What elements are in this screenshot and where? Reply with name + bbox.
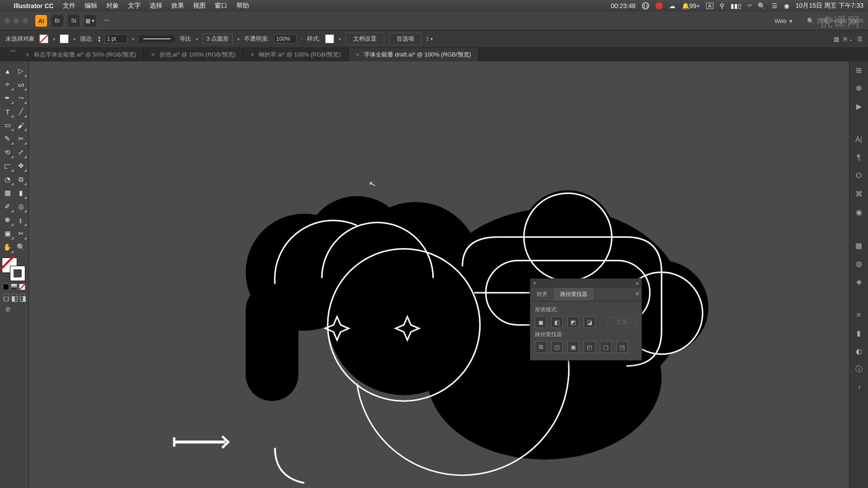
fill-swatch[interactable] <box>39 34 48 43</box>
gpu-preview-icon[interactable]: 〰 <box>100 15 112 27</box>
shaper-tool[interactable]: ✎ <box>1 132 14 145</box>
chevron-down-icon[interactable]: ▾ <box>789 18 793 24</box>
symbols-panel-icon[interactable]: ◈ <box>853 276 865 287</box>
blend-tool[interactable]: ◎ <box>14 200 28 213</box>
type-tool[interactable]: T <box>1 105 14 118</box>
pen-tool[interactable]: ✒ <box>1 91 14 105</box>
align-icon[interactable]: ⟟ ▾ <box>426 35 433 42</box>
menu-help[interactable]: 帮助 <box>236 2 249 10</box>
control-center-icon[interactable]: ☰ <box>772 2 778 9</box>
fill-stroke-control[interactable] <box>1 257 26 282</box>
lasso-tool[interactable]: ᔕ <box>14 78 28 91</box>
chevron-down-icon[interactable]: ▾ <box>53 37 55 42</box>
appearance-panel-icon[interactable]: ◉ <box>853 206 865 218</box>
rectangle-tool[interactable]: ▭ <box>1 118 14 132</box>
eyedropper-tool[interactable]: ✐ <box>1 200 14 213</box>
zoom-tool[interactable]: 🔍 <box>14 240 28 254</box>
stroke-profile-preview[interactable] <box>139 35 175 42</box>
merge-icon[interactable]: ▣ <box>567 341 579 353</box>
line-tool[interactable]: ╱ <box>14 105 28 118</box>
draw-inside-icon[interactable]: ◨ <box>19 294 25 300</box>
opentype-panel-icon[interactable]: O <box>853 170 865 182</box>
siri-icon[interactable]: ◉ <box>784 2 789 9</box>
bluetooth-icon[interactable]: ⚲ <box>720 2 724 9</box>
preferences-button[interactable]: 首选项 <box>389 33 422 45</box>
align-panel-icon[interactable]: ⫞ <box>853 381 865 393</box>
graph-tool[interactable]: ⫿ <box>14 213 28 227</box>
doc-tab-2[interactable]: ×钢的琴.ai* @ 100% (RGB/预览) <box>243 48 349 61</box>
draw-behind-icon[interactable]: ◧ <box>11 294 17 300</box>
doc-tab-0[interactable]: ×标志字体全能番.ai* @ 50% (RGB/预览) <box>19 48 144 61</box>
divide-icon[interactable]: ⧉ <box>535 341 547 353</box>
minus-front-icon[interactable]: ◧ <box>551 316 563 328</box>
pathfinder-panel[interactable]: ×« 对齐 路径查找器 ≡ 形状模式: ◼ ◧ ◩ ◪ 扩展 路径查找器: ⧉ … <box>530 278 642 361</box>
window-controls[interactable] <box>5 18 28 23</box>
tab-pathfinder[interactable]: 路径查找器 <box>554 288 594 301</box>
menu-object[interactable]: 对象 <box>106 2 119 10</box>
panel-menu-icon[interactable]: ☰ <box>857 36 863 42</box>
minus-back-icon[interactable]: ◳ <box>616 341 628 353</box>
crop-icon[interactable]: ◰ <box>584 341 595 353</box>
menu-window[interactable]: 窗口 <box>215 2 227 10</box>
arrange-docs-icon[interactable]: ▦ ▾ <box>84 15 96 27</box>
perspective-tool[interactable]: ⧉ <box>14 173 28 186</box>
pause-icon[interactable] <box>642 2 649 9</box>
selection-tool[interactable]: ▲ <box>1 64 14 78</box>
eraser-tool[interactable]: ✂ <box>14 132 28 145</box>
stock-icon[interactable]: St <box>68 15 80 27</box>
exclude-icon[interactable]: ◪ <box>584 316 595 328</box>
app-name[interactable]: Illustrator CC <box>14 2 54 9</box>
chevron-down-icon[interactable]: ▾ <box>73 37 75 42</box>
spotlight-icon[interactable]: 🔍 <box>758 2 765 9</box>
direct-selection-tool[interactable]: ▷ <box>14 64 28 78</box>
intersect-icon[interactable]: ◩ <box>567 316 579 328</box>
canvas[interactable]: ↖ ×« 对齐 路径查找器 ≡ 形状模式: ◼ ◧ ◩ ◪ 扩展 路径查找器: <box>29 61 849 488</box>
chevron-right-icon[interactable]: › <box>301 37 302 42</box>
character-panel-icon[interactable]: A| <box>853 134 865 145</box>
gradient-panel-icon[interactable]: ▮ <box>853 327 865 339</box>
clock[interactable]: 10月15日 周五 下午7:33 <box>796 2 863 10</box>
stroke-weight-input[interactable] <box>105 34 127 43</box>
style-swatch[interactable] <box>325 34 334 43</box>
document-setup-button[interactable]: 文档设置 <box>345 33 384 45</box>
tab-overflow-icon[interactable]: << <box>7 48 19 53</box>
unite-icon[interactable]: ◼ <box>535 316 547 328</box>
panel-collapse-icon[interactable]: « <box>636 280 639 286</box>
slice-tool[interactable]: ✂ <box>14 227 28 240</box>
shape-builder-tool[interactable]: ◔ <box>1 173 14 186</box>
stroke-panel-icon[interactable]: ≡ <box>853 309 865 321</box>
curvature-tool[interactable]: ⤳ <box>14 91 28 105</box>
expand-button[interactable]: 扩展 <box>607 317 637 328</box>
color-mode-icon[interactable] <box>3 284 9 290</box>
glyphs-panel-icon[interactable]: ⌘ <box>853 188 865 200</box>
close-icon[interactable]: × <box>26 51 29 58</box>
brush-preset[interactable]: 3 点圆形 <box>203 33 233 44</box>
gradient-mode-icon[interactable] <box>11 284 17 290</box>
actions-panel-icon[interactable]: ▶ <box>853 100 865 112</box>
swatches-panel-icon[interactable]: ▦ <box>853 239 865 251</box>
pin-icon[interactable]: ▥ <box>834 36 839 42</box>
color-panel-icon[interactable]: ❁ <box>853 82 865 94</box>
tab-align[interactable]: 对齐 <box>530 288 554 301</box>
input-method-icon[interactable]: A <box>706 3 713 9</box>
menu-type[interactable]: 文字 <box>128 2 141 10</box>
close-icon[interactable]: × <box>250 51 254 58</box>
stepper-icon[interactable]: ▴▾ <box>98 35 100 42</box>
rotate-tool[interactable]: ⟲ <box>1 145 14 159</box>
properties-panel-icon[interactable]: ⊞ <box>853 64 865 76</box>
chevron-down-icon[interactable]: ▾ <box>339 37 341 42</box>
notification-icon[interactable]: 🔔99+ <box>682 2 700 9</box>
free-transform-tool[interactable]: ✥ <box>14 159 28 173</box>
menu-effect[interactable]: 效果 <box>171 2 184 10</box>
outline-icon[interactable]: ▢ <box>600 341 612 353</box>
paragraph-panel-icon[interactable]: ¶ <box>853 152 865 164</box>
menu-select[interactable]: 选择 <box>150 2 162 10</box>
wechat-icon[interactable]: ☁ <box>669 2 675 9</box>
wifi-icon[interactable]: ⌔ <box>748 2 751 9</box>
doc-tab-1[interactable]: ×折纸.ai* @ 100% (RGB/预览) <box>144 48 243 61</box>
workspace-switcher[interactable]: Web <box>774 18 787 24</box>
close-icon[interactable]: × <box>151 51 155 58</box>
mesh-tool[interactable]: ▦ <box>1 186 14 200</box>
search-input[interactable]: 搜索 Adobe Stock <box>817 17 863 25</box>
width-tool[interactable]: ⫍ <box>1 159 14 173</box>
